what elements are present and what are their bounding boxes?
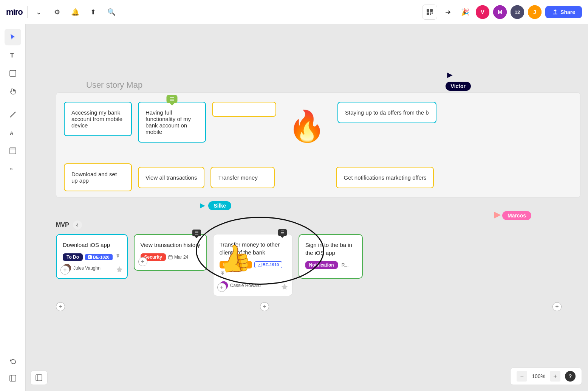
sidebar-text-tool[interactable]: T xyxy=(5,47,21,64)
pin-icon-3 xyxy=(281,283,288,292)
sidebar-line-tool[interactable] xyxy=(5,106,21,123)
mvp-card-1[interactable]: Download iOS app To Do J BE-1820 xyxy=(56,234,128,279)
board-title: User story Map xyxy=(86,80,142,90)
svg-line-16 xyxy=(10,112,15,117)
avatar-2[interactable]: M xyxy=(493,5,507,19)
stories-section: Accessing my bank account from mobile de… xyxy=(56,92,580,198)
sidebar-frame-tool[interactable] xyxy=(5,143,21,159)
sidebar-cursor-tool[interactable] xyxy=(5,29,21,45)
sidebar-sticky-tool[interactable] xyxy=(5,65,21,82)
task-card-2[interactable]: View all transactions xyxy=(138,167,204,188)
add-column-1[interactable]: + xyxy=(56,302,65,311)
task-card-3[interactable]: Transfer money xyxy=(210,167,275,188)
task-card-1-text: Download and set up app xyxy=(71,171,117,184)
party-icon[interactable]: 🎉 xyxy=(458,5,472,19)
share-button[interactable]: Share xyxy=(545,6,582,18)
partial-story-card-right[interactable]: Staying up to da offers from the b xyxy=(337,102,436,123)
marcos-cursor-arrow: ▶ xyxy=(494,209,501,219)
story-card-3[interactable] xyxy=(212,102,276,117)
zoom-level: 100% xyxy=(532,373,545,379)
svg-rect-0 xyxy=(427,9,429,12)
help-button[interactable]: ? xyxy=(565,371,576,382)
sidebar-text-large-tool[interactable]: A xyxy=(5,124,21,141)
assignee-name-3: Cassie Howard xyxy=(230,283,261,288)
add-card-2[interactable]: + xyxy=(138,257,147,266)
upload-icon[interactable]: ⬆ xyxy=(87,5,100,19)
partial-card-text: Staying up to da offers from the b xyxy=(345,109,429,116)
add-card-3[interactable]: + xyxy=(217,283,226,292)
svg-rect-35 xyxy=(36,375,42,381)
sidebar-undo-tool[interactable] xyxy=(5,353,21,370)
mvp-card-2[interactable]: ☰ View transaction history Security Mar … xyxy=(134,234,207,271)
svg-text:J: J xyxy=(533,9,536,15)
svg-rect-18 xyxy=(10,148,16,154)
priority-icon-1 xyxy=(115,253,121,261)
add-card-1[interactable]: + xyxy=(60,265,70,275)
mvp-section: MVP 4 Download iOS app To Do J BE-1820 xyxy=(56,220,580,296)
date-badge: Mar 24 xyxy=(168,254,188,260)
svg-text:T: T xyxy=(10,52,14,59)
mvp-card-4-title: Sign in to the ba in the iOS app xyxy=(305,241,356,257)
thumbs-up-emoji: 👍 xyxy=(216,240,254,277)
notifications-icon[interactable]: 🔔 xyxy=(68,5,82,19)
avatar-count[interactable]: 12 xyxy=(511,5,524,19)
jira-badge-1: J BE-1820 xyxy=(85,254,112,260)
task-card-2-text: View all transactions xyxy=(145,174,197,181)
canvas[interactable]: User story Map ► Victor Accessing my ban… xyxy=(26,24,588,391)
avatar-1[interactable]: V xyxy=(476,5,489,19)
cursor-tool-icon[interactable]: ➜ xyxy=(441,5,455,19)
silke-cursor-arrow: ▶ xyxy=(200,202,205,209)
chevron-down-icon[interactable]: ⌄ xyxy=(32,5,46,19)
fire-emoji: 🔥 xyxy=(288,109,326,144)
story-card-1[interactable]: Accessing my bank account from mobile de… xyxy=(64,102,132,136)
sidebar-hand-tool[interactable] xyxy=(5,83,21,100)
add-column-end[interactable]: + xyxy=(552,302,562,311)
section-separator xyxy=(56,157,580,157)
svg-rect-15 xyxy=(10,70,16,76)
story-cards-row: Accessing my bank account from mobile de… xyxy=(64,102,573,151)
svg-text:✓: ✓ xyxy=(258,264,260,266)
victor-cursor: ► Victor xyxy=(446,70,471,91)
mvp-card-1-badges: To Do J BE-1820 xyxy=(63,253,121,261)
story-card-2[interactable]: Having full functionality of my bank acc… xyxy=(138,102,206,143)
svg-text:»: » xyxy=(10,166,13,172)
avatar-4[interactable]: J xyxy=(528,5,542,19)
bottom-left-toolbar xyxy=(30,371,48,385)
victor-label: Victor xyxy=(446,82,471,91)
svg-text:V: V xyxy=(481,9,484,15)
comment-icon-2: ☰ xyxy=(192,230,201,236)
sidebar-panel-tool[interactable] xyxy=(5,370,21,386)
partial-task-card-right[interactable]: Get notifications marketing offers xyxy=(336,167,434,188)
mvp-card-2-title: View transaction history xyxy=(141,241,200,249)
marcos-label: Marcos xyxy=(502,211,531,220)
grid-icon-button[interactable] xyxy=(422,5,437,20)
sidebar-divider xyxy=(7,103,19,103)
mvp-label: MVP xyxy=(56,222,69,228)
cursor-arrow-icon: ► xyxy=(446,70,471,80)
search-icon[interactable]: 🔍 xyxy=(105,5,118,19)
mvp-card-4-partial[interactable]: Sign in to the ba in the iOS app Notific… xyxy=(299,234,363,279)
sidebar: T A » xyxy=(0,24,26,391)
sidebar-bottom xyxy=(5,353,21,386)
task-cards-row: Download and set up app View all transac… xyxy=(64,163,573,191)
partial-initials: R... xyxy=(342,262,349,268)
board-area: User story Map ► Victor Accessing my ban… xyxy=(56,62,580,368)
svg-text:M: M xyxy=(498,9,502,15)
svg-text:J: J xyxy=(88,256,90,259)
settings-icon[interactable]: ⚙ xyxy=(50,5,64,19)
zoom-in-button[interactable]: + xyxy=(550,371,560,382)
mvp-count: 4 xyxy=(73,220,82,230)
partial-task-text: Get notifications marketing offers xyxy=(344,174,426,181)
marcos-cursor: ▶ Marcos xyxy=(494,209,531,220)
task-card-1[interactable]: Download and set up app xyxy=(64,163,132,191)
todo-badge: To Do xyxy=(63,253,83,261)
zoom-out-button[interactable]: − xyxy=(517,371,527,382)
silke-cursor: ▶ Silke xyxy=(200,201,231,210)
bottom-toolbar: − 100% + ? xyxy=(510,368,582,385)
topnav-right: ➜ 🎉 V M 12 J Share xyxy=(422,5,582,20)
panel-icon[interactable] xyxy=(35,374,43,382)
svg-text:A: A xyxy=(10,130,14,136)
add-column-3[interactable]: + xyxy=(260,302,269,311)
sidebar-more-tool[interactable]: » xyxy=(5,161,21,177)
logo[interactable]: miro xyxy=(6,7,23,17)
